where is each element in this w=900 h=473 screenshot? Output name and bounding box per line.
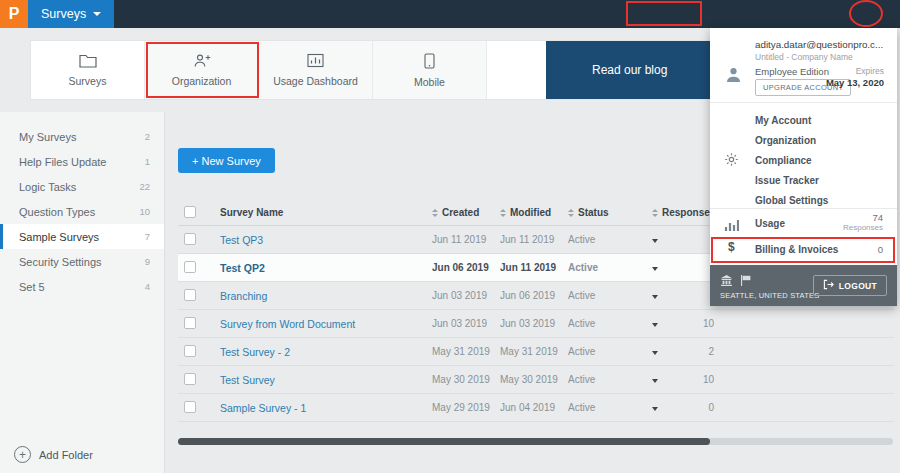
app-screen: P Surveys Upgrade Now Help A Surveys Org… xyxy=(0,0,900,473)
row-checkbox[interactable] xyxy=(184,345,196,357)
sort-icon xyxy=(568,209,574,217)
row-checkbox[interactable] xyxy=(184,401,196,413)
row-checkbox[interactable] xyxy=(184,261,196,273)
folder-count: 10 xyxy=(139,206,150,217)
add-folder-label: Add Folder xyxy=(39,449,93,461)
status-value: Active xyxy=(568,234,652,245)
account-menu-footer: SEATTLE, UNITED STATES LOGOUT xyxy=(710,265,897,306)
survey-name-link[interactable]: Test QP2 xyxy=(220,262,432,274)
survey-name-link[interactable]: Test QP3 xyxy=(220,234,432,246)
logout-label: LOGOUT xyxy=(839,281,877,291)
row-checkbox[interactable] xyxy=(184,317,196,329)
sidebar-item-my-surveys[interactable]: My Surveys2 xyxy=(0,124,164,149)
billing-value: 0 xyxy=(878,244,883,255)
sidebar-item-question-types[interactable]: Question Types10 xyxy=(0,199,164,224)
menu-item-billing-invoices[interactable]: Billing & Invoices xyxy=(755,244,838,255)
created-date: Jun 03 2019 xyxy=(432,318,500,329)
col-header-label: Modified xyxy=(510,207,551,218)
survey-name-link[interactable]: Survey from Word Document xyxy=(220,318,432,330)
account-email: aditya.datar@questionpro.c... xyxy=(755,39,883,50)
tab-mobile[interactable]: Mobile xyxy=(373,41,487,99)
tab-surveys[interactable]: Surveys xyxy=(31,41,145,99)
modified-date: Jun 06 2019 xyxy=(500,290,568,301)
table-row: Test Survey May 30 2019 May 30 2019 Acti… xyxy=(178,366,894,394)
table-row: Survey from Word Document Jun 03 2019 Ju… xyxy=(178,310,894,338)
sidebar-item-sample-surveys[interactable]: Sample Surveys7 xyxy=(0,224,164,249)
folder-count: 1 xyxy=(145,156,150,167)
survey-name-link[interactable]: Test Survey xyxy=(220,374,432,386)
usage-unit: Responses xyxy=(843,223,883,232)
folder-label: Question Types xyxy=(19,206,95,218)
col-header-created[interactable]: Created xyxy=(432,207,500,218)
row-actions-caret[interactable] xyxy=(652,267,658,271)
row-checkbox[interactable] xyxy=(184,289,196,301)
row-actions-caret[interactable] xyxy=(652,239,658,243)
row-actions-caret[interactable] xyxy=(652,323,658,327)
responses-value: 10 xyxy=(674,318,714,329)
sort-icon xyxy=(652,209,658,217)
sidebar-item-set-5[interactable]: Set 54 xyxy=(0,274,164,299)
menu-item-my-account[interactable]: My Account xyxy=(755,110,811,130)
flag-icon xyxy=(740,272,751,290)
menu-item-organization[interactable]: Organization xyxy=(755,130,816,150)
created-date: Jun 06 2019 xyxy=(432,262,500,273)
menu-item-usage[interactable]: Usage xyxy=(755,218,785,229)
modified-date: Jun 11 2019 xyxy=(500,234,568,245)
folder-label: Help Files Update xyxy=(19,156,106,168)
folder-label: My Surveys xyxy=(19,131,76,143)
chevron-down-icon xyxy=(93,12,101,16)
modified-date: May 30 2019 xyxy=(500,374,568,385)
row-checkbox[interactable] xyxy=(184,373,196,385)
modified-date: Jun 11 2019 xyxy=(500,262,568,273)
col-header-modified[interactable]: Modified xyxy=(500,207,568,218)
folder-count: 7 xyxy=(145,231,150,242)
created-date: Jun 03 2019 xyxy=(432,290,500,301)
tab-usage-dashboard[interactable]: Usage Dashboard xyxy=(259,41,373,99)
scrollbar-thumb[interactable] xyxy=(178,438,710,445)
created-date: May 29 2019 xyxy=(432,402,500,413)
row-actions-caret[interactable] xyxy=(652,407,658,411)
col-header-status[interactable]: Status xyxy=(568,207,652,218)
responses-value: 2 xyxy=(674,346,714,357)
menu-item-global-settings[interactable]: Global Settings xyxy=(755,190,828,210)
table-row: Sample Survey - 1 May 29 2019 Jun 04 201… xyxy=(178,394,894,422)
survey-name-link[interactable]: Test Survey - 2 xyxy=(220,346,432,358)
status-value: Active xyxy=(568,290,652,301)
folder-label: Set 5 xyxy=(19,281,45,293)
add-user-icon xyxy=(192,53,212,70)
tab-label: Organization xyxy=(172,75,232,87)
mobile-icon xyxy=(424,53,435,71)
folder-icon xyxy=(79,53,97,70)
sidebar-item-help-files-update[interactable]: Help Files Update1 xyxy=(0,149,164,174)
select-all-checkbox[interactable] xyxy=(184,206,196,218)
row-actions-caret[interactable] xyxy=(652,295,658,299)
survey-name-link[interactable]: Branching xyxy=(220,290,432,302)
folder-count: 22 xyxy=(139,181,150,192)
sort-icon xyxy=(500,209,506,217)
account-company: Untitled - Company Name xyxy=(755,52,853,62)
status-value: Active xyxy=(568,262,652,273)
col-header-label: Created xyxy=(442,207,479,218)
bar-chart-icon xyxy=(724,217,739,235)
add-folder-button[interactable]: Add Folder xyxy=(14,446,93,463)
survey-name-link[interactable]: Sample Survey - 1 xyxy=(220,402,432,414)
col-header-responses[interactable]: Responses xyxy=(652,207,716,218)
new-survey-button[interactable]: + New Survey xyxy=(178,148,275,173)
row-actions-caret[interactable] xyxy=(652,351,658,355)
sidebar-item-security-settings[interactable]: Security Settings9 xyxy=(0,249,164,274)
menu-item-compliance[interactable]: Compliance xyxy=(755,150,812,170)
col-header-label: Responses xyxy=(662,207,715,218)
sidebar-item-logic-tasks[interactable]: Logic Tasks22 xyxy=(0,174,164,199)
menu-item-issue-tracker[interactable]: Issue Tracker xyxy=(755,170,819,190)
row-actions-caret[interactable] xyxy=(652,379,658,383)
row-checkbox[interactable] xyxy=(184,233,196,245)
surveys-nav-menu[interactable]: Surveys xyxy=(28,0,114,28)
status-value: Active xyxy=(568,318,652,329)
col-header-label: Status xyxy=(578,207,609,218)
logout-button[interactable]: LOGOUT xyxy=(813,275,887,296)
tab-organization[interactable]: Organization xyxy=(145,41,259,99)
gear-icon xyxy=(724,152,739,171)
folder-count: 2 xyxy=(145,131,150,142)
col-header-survey-name[interactable]: Survey Name xyxy=(220,207,432,218)
created-date: May 31 2019 xyxy=(432,346,500,357)
